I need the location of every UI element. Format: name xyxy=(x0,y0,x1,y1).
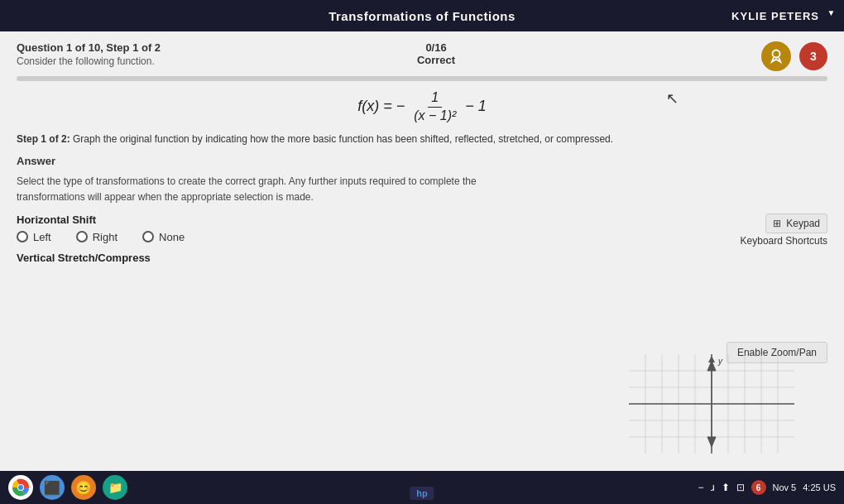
keypad-label: Keypad xyxy=(786,218,820,229)
cursor-arrow: ↖ xyxy=(666,89,679,108)
right-icons: 3 xyxy=(761,41,827,71)
radio-label-right: Right xyxy=(93,231,117,243)
formula-area: f(x) = − 1 (x − 1)² − 1 xyxy=(17,89,827,125)
keyboard-shortcuts-link[interactable]: Keyboard Shortcuts xyxy=(741,235,827,247)
taskbar: ⬛ 😊 📁 hp − ɹ ⬆ ⊡ 6 Nov 5 4:25 US xyxy=(0,471,844,504)
keypad-icon: ⊞ xyxy=(773,218,781,229)
svg-text:y: y xyxy=(717,357,723,366)
radio-option-none[interactable]: None xyxy=(142,231,185,243)
svg-point-0 xyxy=(773,50,780,58)
radio-circle-right xyxy=(76,231,88,242)
network-icon: ⬆ xyxy=(722,482,730,493)
radio-label-none: None xyxy=(159,231,185,243)
step-text: Step 1 of 2: Graph the original function… xyxy=(17,132,827,146)
radio-label-left: Left xyxy=(33,231,51,243)
vertical-stretch-section: Vertical Stretch/Compress xyxy=(17,252,827,264)
fraction-numerator: 1 xyxy=(428,89,442,108)
consider-text: Consider the following function. xyxy=(17,55,161,67)
taskbar-dash: − xyxy=(698,482,703,493)
fraction-denominator: (x − 1)² xyxy=(410,108,459,125)
hp-logo-text: hp xyxy=(416,488,427,498)
radio-option-right[interactable]: Right xyxy=(76,231,117,243)
svg-point-24 xyxy=(18,485,23,490)
progress-bar xyxy=(17,76,827,81)
battery-number: 6 xyxy=(751,480,766,495)
monitor-sys-icon: ⊡ xyxy=(736,482,745,493)
vertical-stretch-title: Vertical Stretch/Compress xyxy=(17,252,827,264)
score-fraction: 0/16 xyxy=(425,41,446,54)
taskbar-monitor-icon[interactable]: ⬛ xyxy=(40,475,65,500)
user-name: KYLIE PETERS xyxy=(731,10,819,22)
taskbar-chrome-icon[interactable] xyxy=(8,475,33,500)
horizontal-shift-title: Horizontal Shift xyxy=(17,214,827,226)
page-title: Transformations of Functions xyxy=(328,9,516,23)
answer-label: Answer xyxy=(17,155,827,167)
step-bold: Step 1 of 2: xyxy=(17,133,70,145)
radio-circle-left xyxy=(17,231,28,242)
score-section: 0/16 Correct xyxy=(417,41,455,66)
keypad-area: ⊞ Keypad Keyboard Shortcuts xyxy=(741,214,827,247)
graph-svg: y xyxy=(629,354,794,454)
time-text: 4:25 US xyxy=(803,482,836,492)
main-content: Question 1 of 10, Step 1 of 2 Consider t… xyxy=(0,31,844,471)
horizontal-shift-section: Horizontal Shift Left Right None xyxy=(17,214,827,243)
heart-badge[interactable]: 3 xyxy=(799,42,827,70)
user-dropdown-icon[interactable]: ▼ xyxy=(827,8,836,17)
formula-text: f(x) = − 1 (x − 1)² − 1 xyxy=(357,89,487,125)
radio-circle-none xyxy=(142,231,154,242)
score-correct-label: Correct xyxy=(417,54,455,66)
taskbar-face-icon[interactable]: 😊 xyxy=(71,475,96,500)
keypad-button[interactable]: ⊞ Keypad xyxy=(765,214,827,233)
question-info: Question 1 of 10, Step 1 of 2 xyxy=(17,41,161,54)
hp-logo: hp xyxy=(410,487,434,500)
header-row: Question 1 of 10, Step 1 of 2 Consider t… xyxy=(17,41,827,71)
graph-area: y xyxy=(629,354,794,454)
taskbar-folder-icon[interactable]: 📁 xyxy=(103,475,127,500)
radio-option-left[interactable]: Left xyxy=(17,231,51,243)
select-text: Select the type of transformations to cr… xyxy=(17,174,513,205)
taskbar-j-text: ɹ xyxy=(711,482,715,493)
fraction: 1 (x − 1)² xyxy=(410,89,459,125)
taskbar-left: ⬛ 😊 📁 xyxy=(8,475,127,500)
horizontal-shift-radio-group: Left Right None xyxy=(17,231,827,243)
question-info-block: Question 1 of 10, Step 1 of 2 Consider t… xyxy=(17,41,161,67)
taskbar-right: − ɹ ⬆ ⊡ 6 Nov 5 4:25 US xyxy=(698,480,836,495)
step-normal: Graph the original function by indicatin… xyxy=(73,133,613,145)
date-text: Nov 5 xyxy=(773,482,797,492)
top-bar: Transformations of Functions KYLIE PETER… xyxy=(0,0,844,31)
award-icon-circle[interactable] xyxy=(761,41,791,71)
